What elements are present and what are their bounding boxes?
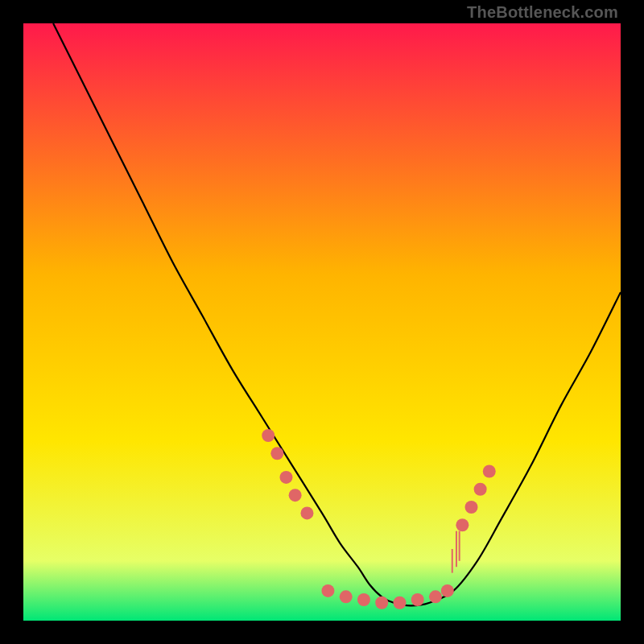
highlight-dot bbox=[441, 584, 454, 597]
highlight-dot bbox=[321, 584, 334, 597]
highlight-dot bbox=[429, 590, 442, 603]
chart-frame bbox=[23, 23, 621, 621]
highlight-dot bbox=[465, 501, 478, 514]
highlight-dot bbox=[474, 483, 487, 496]
bottleneck-chart bbox=[23, 23, 621, 621]
highlight-dot bbox=[456, 518, 469, 531]
highlight-dot bbox=[393, 597, 406, 609]
highlight-dot bbox=[375, 597, 388, 609]
highlight-dot bbox=[300, 506, 313, 519]
watermark-text: TheBottleneck.com bbox=[467, 3, 618, 22]
highlight-dot bbox=[357, 593, 370, 606]
highlight-dot bbox=[289, 489, 302, 502]
highlight-dot bbox=[340, 590, 353, 603]
gradient-background bbox=[23, 23, 621, 621]
highlight-dot bbox=[411, 593, 424, 606]
highlight-dot bbox=[262, 429, 275, 442]
highlight-dot bbox=[270, 447, 283, 460]
highlight-dot bbox=[279, 471, 292, 484]
highlight-dot bbox=[483, 465, 496, 478]
